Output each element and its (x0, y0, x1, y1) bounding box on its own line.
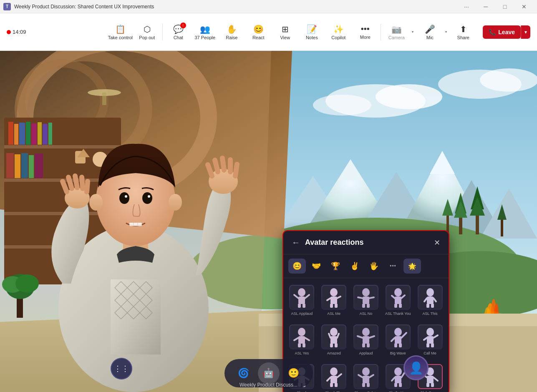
reaction-item-asl-applaud[interactable]: ASL Applaud (287, 281, 317, 319)
share-button[interactable]: ⬆ Share (450, 18, 476, 47)
take-control-label: Take control (108, 35, 133, 40)
meeting-label: Weekly Product Discuss... (240, 382, 297, 388)
mic-button[interactable]: 🎤 Mic (417, 18, 443, 47)
more-label: More (360, 35, 371, 40)
reaction-figure-svg (354, 286, 378, 309)
reaction-item-asl-yes[interactable]: ASL Yes (287, 321, 317, 359)
raise-button[interactable]: ✋ Raise (219, 18, 245, 47)
leave-group: 📞 Leave ▾ (479, 25, 530, 39)
main-scene: ← Avatar reactions ✕ 😊 🤝 🏆 ✌️ 🖐 ••• 🌟 (0, 51, 537, 392)
svg-rect-141 (298, 343, 301, 347)
category-emoji-tab[interactable]: 😊 (288, 259, 306, 274)
reaction-item-asl-no[interactable]: ASL No (351, 281, 381, 319)
maximize-button[interactable]: □ (495, 0, 514, 13)
category-wave-tab[interactable]: 🖐 (365, 259, 383, 274)
camera-arrow-button[interactable]: ▾ (409, 18, 416, 47)
view-icon: ⊞ (282, 24, 289, 34)
leave-dropdown-button[interactable]: ▾ (521, 25, 530, 39)
svg-point-167 (426, 328, 434, 336)
svg-rect-39 (31, 123, 37, 145)
svg-rect-169 (426, 343, 429, 347)
raise-label: Raise (226, 35, 237, 40)
category-dots-tab[interactable]: ••• (384, 259, 402, 274)
reaction-item-big-wave[interactable]: Big Wave (383, 321, 413, 359)
reaction-item-call-me[interactable]: Call Me (415, 321, 445, 359)
svg-rect-155 (362, 343, 365, 347)
close-button[interactable]: ✕ (514, 0, 534, 13)
svg-rect-57 (134, 293, 159, 312)
svg-rect-112 (330, 297, 337, 304)
more-options-button[interactable]: ··· (457, 0, 476, 13)
share-icon: ⬆ (460, 24, 467, 34)
category-scissors-tab[interactable]: ✌️ (346, 259, 363, 274)
chat-icon: 💬! (173, 24, 184, 34)
minimize-button[interactable]: ─ (476, 0, 495, 13)
reaction-item-asl-thank-you[interactable]: ASL Thank You (383, 281, 413, 319)
pop-out-label: Pop out (139, 35, 155, 40)
time-display: 14:09 (13, 29, 26, 35)
leave-button[interactable]: 📞 Leave (483, 25, 521, 39)
svg-point-118 (362, 288, 370, 297)
pop-out-button[interactable]: ⬡ Pop out (134, 18, 160, 47)
people-button[interactable]: 👥 37 People (192, 18, 218, 47)
panel-close-button[interactable]: ✕ (434, 238, 440, 247)
mic-icon: 🎤 (425, 24, 435, 34)
toolbar-separator-2 (381, 24, 381, 40)
avatar-grid-button[interactable]: ⋮⋮ (111, 358, 132, 379)
view-label: View (280, 35, 290, 40)
svg-rect-162 (394, 343, 397, 347)
emoji-bar-button[interactable]: 🙂 (283, 362, 305, 384)
svg-point-3 (313, 95, 371, 116)
svg-rect-47 (35, 153, 43, 178)
svg-point-132 (426, 288, 434, 297)
toolbar-items: 📋 Take control ⬡ Pop out 💬! Chat 👥 37 Pe… (107, 18, 476, 47)
reaction-figure-svg (322, 325, 345, 349)
camera-group: 📷 Camera ▾ (383, 18, 416, 47)
category-tabs: 😊 🤝 🏆 ✌️ 🖐 ••• 🌟 (283, 254, 449, 278)
reaction-item-applaud[interactable]: Applaud (351, 321, 381, 359)
teams-logo: T (3, 3, 11, 10)
reaction-item-amazed[interactable]: Amazed (319, 321, 349, 359)
copilot-button[interactable]: ✨ Copilot (325, 18, 351, 47)
titlebar-controls: ··· ─ □ ✕ (457, 0, 534, 13)
take-control-button[interactable]: 📋 Take control (107, 18, 133, 47)
svg-rect-107 (303, 304, 305, 308)
camera-button[interactable]: 📷 Camera (383, 18, 409, 47)
avatar-grid-icon: ⋮⋮ (114, 364, 129, 373)
reactions-bar-button[interactable]: 🌀 (233, 362, 255, 384)
mic-arrow-button[interactable]: ▾ (443, 18, 449, 47)
reaction-figure-svg (354, 325, 378, 349)
svg-rect-134 (426, 304, 429, 308)
scene-background (0, 51, 537, 392)
svg-line-122 (358, 297, 363, 298)
category-special-tab[interactable]: 🌟 (403, 259, 421, 274)
avatar-reactions-bar-button[interactable]: 🤖 (258, 362, 280, 384)
participant-avatar-icon: 👤 (409, 361, 424, 375)
view-button[interactable]: ⊞ View (272, 18, 298, 47)
panel-back-button[interactable]: ← (292, 238, 300, 247)
reaction-figure-svg (419, 325, 442, 349)
scene-svg (0, 51, 537, 392)
reaction-item-asl-this[interactable]: ASL This (415, 281, 445, 319)
svg-rect-37 (19, 123, 25, 145)
category-trophy-tab[interactable]: 🏆 (327, 259, 344, 274)
reaction-item-asl-me[interactable]: ASL Me (319, 281, 349, 319)
chat-button[interactable]: 💬! Chat (165, 18, 191, 47)
svg-rect-133 (427, 297, 434, 304)
mic-group: 🎤 Mic ▾ (417, 18, 449, 47)
category-hands-tab[interactable]: 🤝 (308, 259, 325, 274)
notes-button[interactable]: 📝 Notes (299, 18, 325, 47)
svg-point-160 (394, 328, 402, 336)
svg-rect-43 (6, 153, 14, 178)
reaction-figure-svg (386, 286, 410, 309)
notes-icon: 📝 (307, 24, 317, 34)
svg-rect-140 (298, 336, 305, 344)
share-label: Share (457, 35, 469, 40)
svg-rect-114 (335, 304, 338, 308)
react-button[interactable]: 😊 React (245, 18, 271, 47)
emoji-bar-icon: 🙂 (288, 368, 299, 379)
panel-title: Avatar reactions (305, 238, 363, 247)
svg-rect-128 (399, 304, 402, 308)
svg-point-5 (480, 68, 537, 92)
more-button[interactable]: ••• More (352, 18, 378, 47)
